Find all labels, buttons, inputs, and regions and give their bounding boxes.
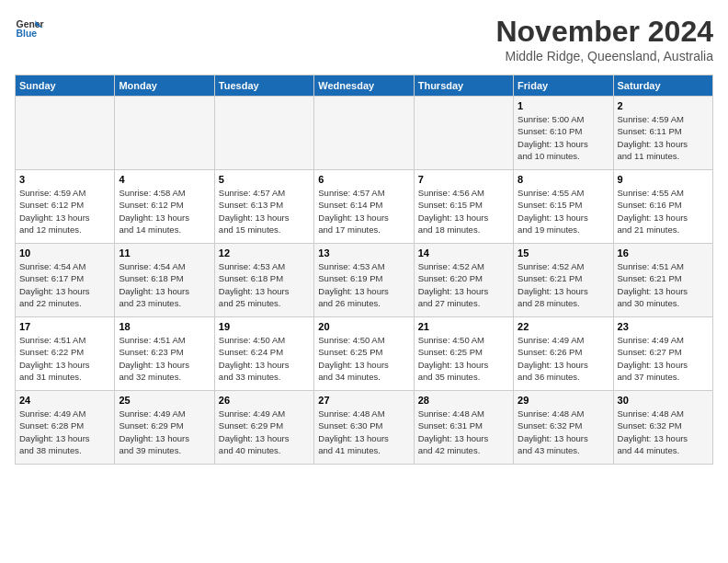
column-header-thursday: Thursday xyxy=(414,75,513,97)
calendar-cell: 27Sunrise: 4:48 AM Sunset: 6:30 PM Dayli… xyxy=(314,391,414,465)
calendar-cell: 16Sunrise: 4:51 AM Sunset: 6:21 PM Dayli… xyxy=(613,244,712,317)
header-row: SundayMondayTuesdayWednesdayThursdayFrid… xyxy=(16,75,713,97)
calendar-cell: 3Sunrise: 4:59 AM Sunset: 6:12 PM Daylig… xyxy=(16,170,115,244)
day-info: Sunrise: 4:49 AM Sunset: 6:26 PM Dayligh… xyxy=(518,334,609,383)
page-header: General Blue November 2024 Middle Ridge,… xyxy=(15,15,713,63)
day-info: Sunrise: 4:51 AM Sunset: 6:22 PM Dayligh… xyxy=(19,334,110,383)
day-info: Sunrise: 5:00 AM Sunset: 6:10 PM Dayligh… xyxy=(518,113,609,162)
calendar-cell: 19Sunrise: 4:50 AM Sunset: 6:24 PM Dayli… xyxy=(214,317,313,391)
day-info: Sunrise: 4:48 AM Sunset: 6:32 PM Dayligh… xyxy=(618,408,709,456)
calendar-cell: 7Sunrise: 4:56 AM Sunset: 6:15 PM Daylig… xyxy=(414,170,513,244)
column-header-sunday: Sunday xyxy=(16,75,115,97)
day-info: Sunrise: 4:49 AM Sunset: 6:29 PM Dayligh… xyxy=(119,408,210,456)
day-info: Sunrise: 4:49 AM Sunset: 6:29 PM Dayligh… xyxy=(219,408,310,456)
day-number: 23 xyxy=(618,321,709,332)
calendar-cell: 9Sunrise: 4:55 AM Sunset: 6:16 PM Daylig… xyxy=(613,170,712,244)
day-info: Sunrise: 4:50 AM Sunset: 6:25 PM Dayligh… xyxy=(318,334,409,383)
calendar-cell xyxy=(115,97,214,170)
day-number: 3 xyxy=(19,174,110,185)
calendar-cell: 1Sunrise: 5:00 AM Sunset: 6:10 PM Daylig… xyxy=(514,97,613,170)
calendar-cell: 12Sunrise: 4:53 AM Sunset: 6:18 PM Dayli… xyxy=(214,244,313,317)
day-info: Sunrise: 4:53 AM Sunset: 6:19 PM Dayligh… xyxy=(318,260,409,309)
calendar-cell: 8Sunrise: 4:55 AM Sunset: 6:15 PM Daylig… xyxy=(514,170,613,244)
calendar-table: SundayMondayTuesdayWednesdayThursdayFrid… xyxy=(15,75,713,465)
calendar-cell xyxy=(16,97,115,170)
day-number: 10 xyxy=(19,247,110,259)
day-info: Sunrise: 4:55 AM Sunset: 6:15 PM Dayligh… xyxy=(518,187,609,236)
day-number: 6 xyxy=(318,174,409,185)
day-number: 4 xyxy=(119,174,210,185)
week-row: 24Sunrise: 4:49 AM Sunset: 6:28 PM Dayli… xyxy=(16,391,713,465)
calendar-cell: 5Sunrise: 4:57 AM Sunset: 6:13 PM Daylig… xyxy=(214,170,313,244)
day-number: 24 xyxy=(19,395,110,406)
day-info: Sunrise: 4:48 AM Sunset: 6:32 PM Dayligh… xyxy=(518,408,609,456)
calendar-cell: 26Sunrise: 4:49 AM Sunset: 6:29 PM Dayli… xyxy=(214,391,313,465)
day-number: 30 xyxy=(618,395,709,406)
calendar-cell: 23Sunrise: 4:49 AM Sunset: 6:27 PM Dayli… xyxy=(613,317,712,391)
calendar-cell: 15Sunrise: 4:52 AM Sunset: 6:21 PM Dayli… xyxy=(514,244,613,317)
day-info: Sunrise: 4:54 AM Sunset: 6:17 PM Dayligh… xyxy=(19,260,110,309)
week-row: 1Sunrise: 5:00 AM Sunset: 6:10 PM Daylig… xyxy=(16,97,713,170)
day-info: Sunrise: 4:48 AM Sunset: 6:31 PM Dayligh… xyxy=(418,408,509,456)
day-number: 25 xyxy=(119,395,210,406)
calendar-cell: 25Sunrise: 4:49 AM Sunset: 6:29 PM Dayli… xyxy=(115,391,214,465)
calendar-cell: 2Sunrise: 4:59 AM Sunset: 6:11 PM Daylig… xyxy=(613,97,712,170)
logo: General Blue xyxy=(15,15,44,44)
day-number: 22 xyxy=(518,321,609,332)
day-number: 1 xyxy=(518,100,609,111)
calendar-cell: 11Sunrise: 4:54 AM Sunset: 6:18 PM Dayli… xyxy=(115,244,214,317)
day-info: Sunrise: 4:54 AM Sunset: 6:18 PM Dayligh… xyxy=(119,260,210,309)
calendar-cell: 28Sunrise: 4:48 AM Sunset: 6:31 PM Dayli… xyxy=(414,391,513,465)
column-header-tuesday: Tuesday xyxy=(214,75,313,97)
calendar-cell: 6Sunrise: 4:57 AM Sunset: 6:14 PM Daylig… xyxy=(314,170,414,244)
week-row: 3Sunrise: 4:59 AM Sunset: 6:12 PM Daylig… xyxy=(16,170,713,244)
day-number: 13 xyxy=(318,247,409,259)
day-info: Sunrise: 4:53 AM Sunset: 6:18 PM Dayligh… xyxy=(219,260,310,309)
day-info: Sunrise: 4:59 AM Sunset: 6:12 PM Dayligh… xyxy=(19,187,110,236)
day-info: Sunrise: 4:55 AM Sunset: 6:16 PM Dayligh… xyxy=(618,187,709,236)
calendar-cell xyxy=(314,97,414,170)
day-number: 11 xyxy=(119,247,210,259)
calendar-cell: 21Sunrise: 4:50 AM Sunset: 6:25 PM Dayli… xyxy=(414,317,513,391)
calendar-cell: 30Sunrise: 4:48 AM Sunset: 6:32 PM Dayli… xyxy=(613,391,712,465)
calendar-cell: 10Sunrise: 4:54 AM Sunset: 6:17 PM Dayli… xyxy=(16,244,115,317)
day-info: Sunrise: 4:49 AM Sunset: 6:28 PM Dayligh… xyxy=(19,408,110,456)
day-info: Sunrise: 4:57 AM Sunset: 6:14 PM Dayligh… xyxy=(318,187,409,236)
day-number: 20 xyxy=(318,321,409,332)
calendar-cell: 24Sunrise: 4:49 AM Sunset: 6:28 PM Dayli… xyxy=(16,391,115,465)
day-info: Sunrise: 4:51 AM Sunset: 6:21 PM Dayligh… xyxy=(618,260,709,309)
day-number: 12 xyxy=(219,247,310,259)
day-info: Sunrise: 4:52 AM Sunset: 6:21 PM Dayligh… xyxy=(518,260,609,309)
day-info: Sunrise: 4:59 AM Sunset: 6:11 PM Dayligh… xyxy=(618,113,709,162)
day-info: Sunrise: 4:52 AM Sunset: 6:20 PM Dayligh… xyxy=(418,260,509,309)
logo-icon: General Blue xyxy=(15,15,44,44)
day-number: 5 xyxy=(219,174,310,185)
calendar-cell: 20Sunrise: 4:50 AM Sunset: 6:25 PM Dayli… xyxy=(314,317,414,391)
day-number: 7 xyxy=(418,174,509,185)
column-header-wednesday: Wednesday xyxy=(314,75,414,97)
day-number: 18 xyxy=(119,321,210,332)
week-row: 10Sunrise: 4:54 AM Sunset: 6:17 PM Dayli… xyxy=(16,244,713,317)
title-area: November 2024 Middle Ridge, Queensland, … xyxy=(495,15,713,63)
day-number: 21 xyxy=(418,321,509,332)
column-header-monday: Monday xyxy=(115,75,214,97)
day-info: Sunrise: 4:57 AM Sunset: 6:13 PM Dayligh… xyxy=(219,187,310,236)
day-info: Sunrise: 4:56 AM Sunset: 6:15 PM Dayligh… xyxy=(418,187,509,236)
calendar-cell: 29Sunrise: 4:48 AM Sunset: 6:32 PM Dayli… xyxy=(514,391,613,465)
calendar-cell: 4Sunrise: 4:58 AM Sunset: 6:12 PM Daylig… xyxy=(115,170,214,244)
calendar-cell: 18Sunrise: 4:51 AM Sunset: 6:23 PM Dayli… xyxy=(115,317,214,391)
day-info: Sunrise: 4:48 AM Sunset: 6:30 PM Dayligh… xyxy=(318,408,409,456)
day-info: Sunrise: 4:50 AM Sunset: 6:24 PM Dayligh… xyxy=(219,334,310,383)
page-title: November 2024 xyxy=(495,15,713,49)
day-number: 15 xyxy=(518,247,609,259)
calendar-cell xyxy=(414,97,513,170)
column-header-saturday: Saturday xyxy=(613,75,712,97)
calendar-cell xyxy=(214,97,313,170)
day-number: 14 xyxy=(418,247,509,259)
day-info: Sunrise: 4:50 AM Sunset: 6:25 PM Dayligh… xyxy=(418,334,509,383)
day-number: 27 xyxy=(318,395,409,406)
day-number: 19 xyxy=(219,321,310,332)
day-number: 9 xyxy=(618,174,709,185)
calendar-cell: 22Sunrise: 4:49 AM Sunset: 6:26 PM Dayli… xyxy=(514,317,613,391)
day-number: 16 xyxy=(618,247,709,259)
